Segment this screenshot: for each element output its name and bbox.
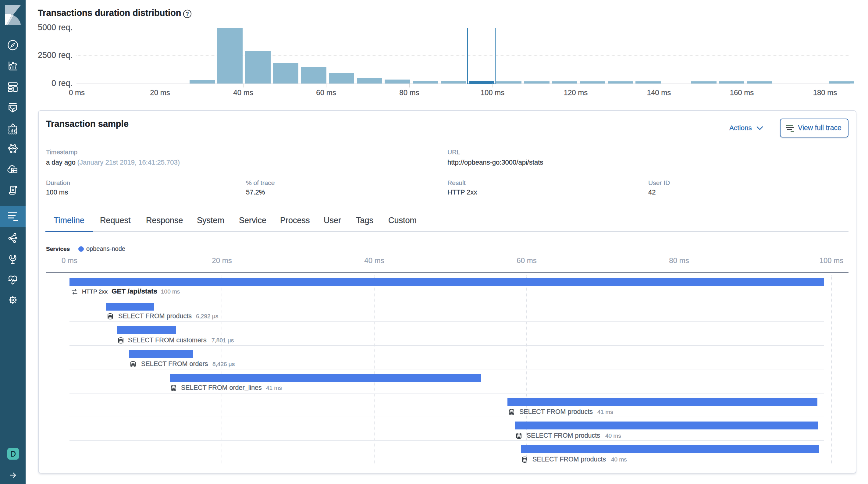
svg-text:?: ?: [186, 11, 189, 17]
